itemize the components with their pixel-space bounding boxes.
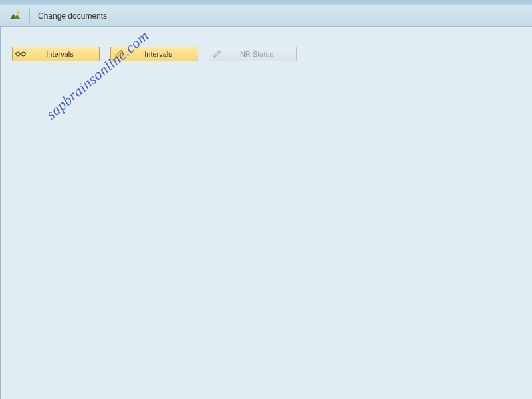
mountain-icon [9, 10, 21, 22]
pencil-icon [112, 49, 126, 59]
pencil-icon [211, 49, 224, 59]
button-row: Intervals Intervals NR Status [12, 47, 521, 61]
header-divider [29, 9, 30, 23]
nr-status-button: NR Status [209, 47, 297, 61]
header-bar: Change documents [0, 5, 532, 27]
content-area: Intervals Intervals NR Status [0, 27, 532, 399]
top-bar [0, 0, 532, 5]
button-label: Intervals [126, 50, 196, 58]
svg-point-0 [17, 11, 20, 14]
glasses-icon [14, 50, 27, 58]
intervals-edit-button[interactable]: Intervals [110, 47, 198, 61]
intervals-display-button[interactable]: Intervals [12, 47, 100, 61]
button-label: Intervals [27, 50, 98, 58]
svg-point-1 [16, 52, 20, 56]
svg-point-2 [21, 52, 25, 56]
button-label: NR Status [224, 50, 295, 58]
page-title: Change documents [38, 11, 107, 21]
